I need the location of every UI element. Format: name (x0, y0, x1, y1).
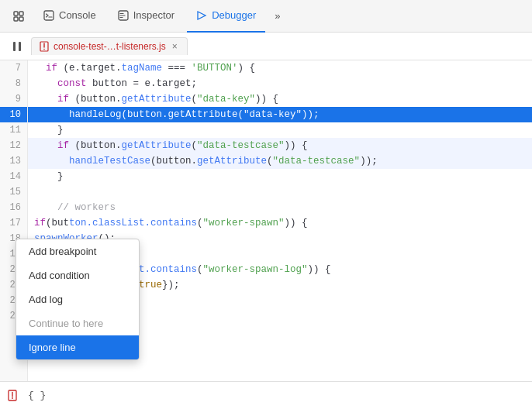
svg-point-12 (43, 49, 45, 50)
line-num-11: 11 (0, 122, 27, 138)
svg-rect-1 (19, 12, 23, 15)
svg-marker-7 (198, 12, 206, 19)
svg-point-15 (12, 397, 13, 399)
line-num-14: 14 (0, 169, 27, 184)
code-line-9: if (button. getAttribute ( "data-key" ))… (28, 91, 532, 107)
svg-rect-4 (44, 11, 54, 20)
play-pause-btn[interactable] (6, 36, 28, 57)
sub-toolbar: console-test-…t-listeners.js × (0, 33, 532, 60)
line-num-10: 10 (0, 107, 27, 122)
code-line-8: const button = e.target; (28, 76, 532, 91)
tab-console-label: Console (59, 9, 96, 21)
svg-rect-9 (19, 42, 21, 51)
line-num-7: 7 (0, 60, 27, 76)
debugger-icon (196, 10, 207, 21)
tab-debugger-label: Debugger (212, 9, 256, 21)
line-num-15: 15 (0, 184, 27, 200)
context-menu: Add breakpoint Add condition Add log Con… (16, 239, 140, 360)
line-num-9: 9 (0, 91, 27, 107)
line-num-13: 13 (0, 153, 27, 169)
line-num-16: 16 (0, 200, 27, 215)
code-line-11: } (28, 122, 532, 138)
code-line-7: if (e.target. tagName === 'BUTTON' ) { (28, 60, 532, 76)
tab-more[interactable]: » (268, 0, 286, 33)
file-tab[interactable]: console-test-…t-listeners.js × (31, 37, 188, 55)
play-icon (12, 41, 22, 52)
tab-console[interactable]: Console (34, 0, 105, 33)
line-num-12: 12 (0, 138, 27, 153)
console-icon (43, 10, 54, 21)
tab-debugger[interactable]: Debugger (187, 0, 265, 33)
file-tab-name: console-test-…t-listeners.js (54, 41, 166, 52)
svg-rect-8 (13, 42, 16, 51)
error-file-icon (8, 390, 20, 402)
code-line-14: } (28, 169, 532, 184)
svg-rect-2 (14, 17, 18, 21)
file-tab-close-btn[interactable]: × (171, 41, 179, 52)
code-line-10: handleLog(button.getAttribute("data-key"… (28, 107, 532, 122)
file-error-icon (40, 41, 49, 52)
menu-item-continue-to-here: Continue to here (16, 311, 139, 335)
svg-rect-0 (14, 12, 18, 15)
svg-rect-3 (19, 17, 23, 21)
tab-inspector[interactable]: Inspector (109, 0, 184, 33)
inspector-icon (118, 10, 129, 21)
devtools-icon (12, 10, 25, 22)
line-num-8: 8 (0, 76, 27, 91)
bottom-bracket-label: { } (28, 390, 46, 401)
tab-inspector-label: Inspector (133, 9, 174, 21)
menu-item-add-condition[interactable]: Add condition (16, 263, 139, 287)
code-editor: 7 8 9 10 11 12 13 14 15 16 17 18 19 20 2… (0, 60, 532, 381)
code-line-13: handleTestCase (button. getAttribute ( "… (28, 153, 532, 169)
bottom-bar: { } (0, 381, 532, 409)
line-num-17: 17 (0, 215, 27, 231)
menu-item-add-breakpoint[interactable]: Add breakpoint (16, 239, 139, 263)
code-line-17: if (button.classList.contains("worker-sp… (28, 215, 532, 231)
bottom-error-icon[interactable] (6, 388, 22, 404)
main-toolbar: Console Inspector Debugger » (0, 0, 532, 33)
code-line-12: if (button. getAttribute ( "data-testcas… (28, 138, 532, 153)
devtools-icon-btn[interactable] (6, 4, 31, 29)
tab-more-label: » (275, 10, 280, 22)
code-line-15 (28, 184, 532, 200)
code-line-16: // workers (28, 200, 532, 215)
menu-item-ignore-line[interactable]: Ignore line (16, 335, 139, 359)
menu-item-add-log[interactable]: Add log (16, 287, 139, 311)
